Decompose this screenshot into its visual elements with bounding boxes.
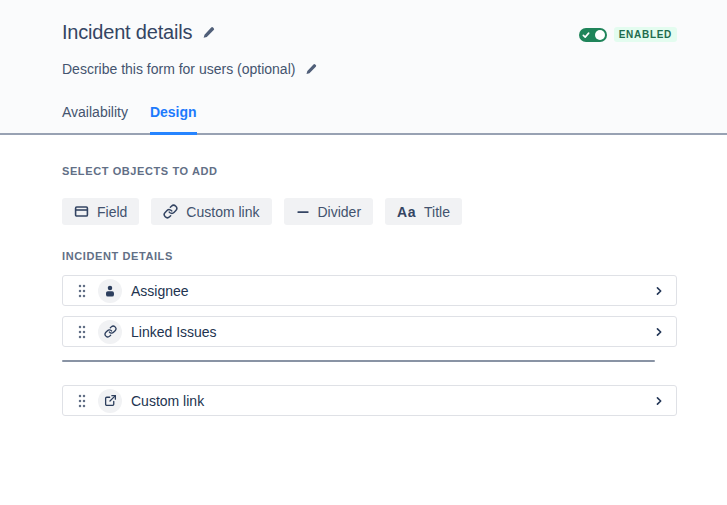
tab-design[interactable]: Design [150, 104, 197, 133]
form-item-assignee[interactable]: Assignee [62, 275, 677, 306]
form-item-label: Assignee [131, 283, 189, 299]
toggle-knob [595, 30, 605, 40]
status-badge: ENABLED [614, 27, 677, 42]
form-item-linked-issues[interactable]: Linked Issues [62, 316, 677, 347]
form-item-divider[interactable] [62, 360, 655, 362]
form-section-label: INCIDENT DETAILS [62, 250, 677, 263]
object-palette: Field Custom link Divider Aa Title [62, 198, 677, 225]
form-item-label: Linked Issues [131, 324, 217, 340]
form-item-label: Custom link [131, 393, 204, 409]
form-item-custom-link[interactable]: Custom link [62, 385, 677, 416]
check-icon [582, 31, 590, 39]
enabled-toggle[interactable] [579, 28, 607, 42]
add-custom-link-label: Custom link [186, 204, 259, 220]
field-icon [74, 204, 89, 219]
drag-handle-icon[interactable] [78, 394, 86, 408]
chevron-right-icon[interactable] [654, 327, 664, 337]
drag-handle-icon[interactable] [78, 284, 86, 298]
add-title-button[interactable]: Aa Title [385, 198, 462, 225]
form-items-list: Assignee Linked Issues [62, 275, 677, 416]
tab-availability[interactable]: Availability [62, 104, 128, 133]
form-description-row: Describe this form for users (optional) [62, 61, 317, 77]
link-icon [98, 320, 122, 344]
form-description-placeholder[interactable]: Describe this form for users (optional) [62, 61, 295, 77]
add-divider-button[interactable]: Divider [284, 198, 374, 225]
add-field-label: Field [97, 204, 127, 220]
title-text-icon: Aa [397, 204, 416, 220]
form-header: Incident details Describe this form for … [0, 0, 727, 135]
person-icon [98, 279, 122, 303]
add-custom-link-button[interactable]: Custom link [151, 198, 271, 225]
drag-handle-icon[interactable] [78, 325, 86, 339]
divider-icon [296, 205, 310, 219]
form-title-row: Incident details [62, 21, 215, 44]
external-link-icon [98, 389, 122, 413]
design-panel: SELECT OBJECTS TO ADD Field Custom link … [0, 135, 727, 416]
add-field-button[interactable]: Field [62, 198, 139, 225]
add-divider-label: Divider [318, 204, 362, 220]
chevron-right-icon[interactable] [654, 396, 664, 406]
page-title: Incident details [62, 21, 192, 44]
objects-section-label: SELECT OBJECTS TO ADD [62, 165, 677, 178]
form-builder-page: Incident details Describe this form for … [0, 0, 727, 505]
form-enabled-control: ENABLED [579, 27, 677, 42]
add-title-label: Title [424, 204, 450, 220]
edit-description-pencil-icon[interactable] [305, 63, 317, 75]
chevron-right-icon[interactable] [654, 286, 664, 296]
link-icon [163, 204, 178, 219]
tab-bar: Availability Design [62, 104, 197, 133]
edit-title-pencil-icon[interactable] [202, 26, 215, 39]
